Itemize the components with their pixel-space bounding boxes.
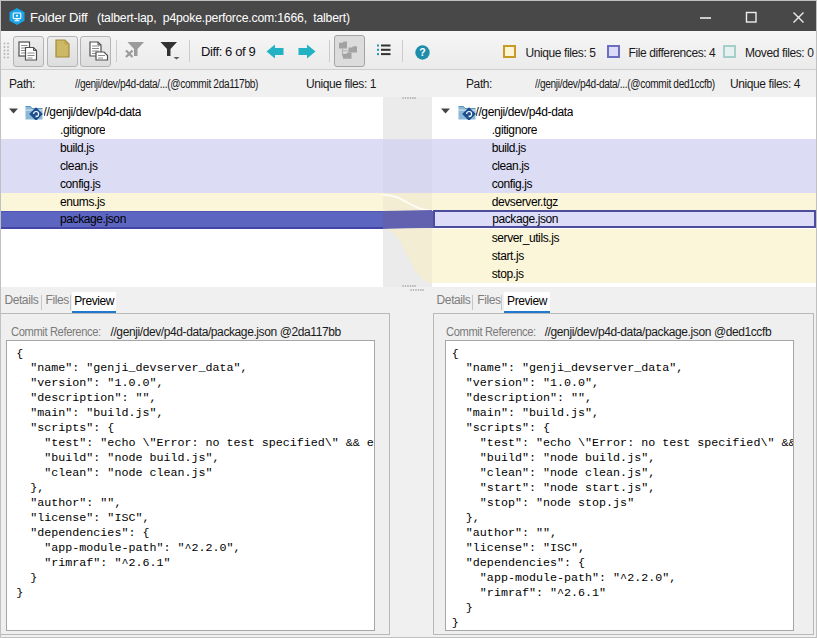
svg-text:?: ? (419, 46, 425, 58)
